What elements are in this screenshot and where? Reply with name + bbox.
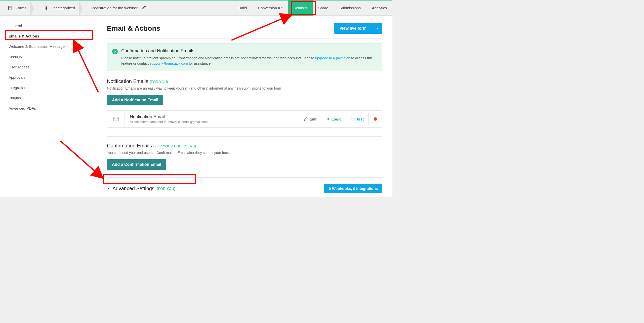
folder-icon: ?	[43, 6, 48, 11]
webhooks-integrations-button[interactable]: 0 Webhooks, 0 Integrations	[324, 184, 382, 193]
advanced-settings-toggle[interactable]: Advanced Settings (FOR YOU)	[107, 186, 175, 191]
mail-icon	[107, 111, 125, 127]
pencil-icon[interactable]	[142, 6, 146, 10]
sidebar-item-welcome[interactable]: Welcome & Submission Message	[0, 41, 97, 52]
view-live-button[interactable]: View live form	[334, 23, 372, 34]
header: Forms ? Uncategorized Registration for t…	[0, 1, 392, 16]
notif-for-tag: (FOR YOU)	[150, 80, 168, 84]
remove-button[interactable]	[368, 113, 382, 125]
logic-button[interactable]: Logic	[321, 113, 346, 125]
confirm-for-tag: (FOR YOUR END-USERS)	[153, 144, 196, 148]
notification-section-desc: Notification Emails are an easy way to k…	[107, 86, 382, 90]
notice-text-after: for assistance.	[188, 61, 212, 65]
breadcrumb: Forms ? Uncategorized Registration for t…	[0, 6, 155, 11]
tab-share[interactable]: Share	[313, 1, 334, 16]
test-button[interactable]: Test	[346, 113, 368, 125]
notice-text: Please note: To prevent spamming, Confir…	[121, 56, 377, 66]
sidebar-item-user-access[interactable]: User Access	[0, 62, 97, 72]
tab-conversion-kit[interactable]: Conversion Kit	[252, 1, 288, 16]
tab-build[interactable]: Build	[233, 1, 252, 16]
content: Email & Actions View live form Confirmat…	[97, 16, 392, 197]
check-icon	[112, 49, 118, 54]
breadcrumb-form[interactable]: Registration for the webinar	[84, 6, 155, 10]
advanced-for-tag: (FOR YOU)	[157, 187, 175, 191]
tab-analytics[interactable]: Analytics	[366, 1, 392, 16]
breadcrumb-forms[interactable]: Forms	[8, 6, 35, 11]
notice-box: Confirmation and Notification Emails Ple…	[107, 44, 382, 71]
sidebar-item-integrations[interactable]: Integrations	[0, 83, 97, 93]
support-link[interactable]: support@formstack.com	[150, 61, 188, 65]
sidebar-item-approvals[interactable]: Approvals	[0, 72, 97, 83]
tab-settings[interactable]: Settings	[288, 1, 313, 16]
add-notification-button[interactable]: Add a Notification Email	[107, 95, 163, 105]
upgrade-link[interactable]: upgrade to a paid plan	[315, 56, 350, 60]
email-card-sub: All submitted data sent to: maverickandr…	[130, 120, 294, 124]
email-card-title: Notification Email	[130, 114, 294, 119]
sidebar-item-advanced-pdfs[interactable]: Advanced PDFs	[0, 103, 97, 113]
confirmation-section-title: Confirmation Emails (FOR YOUR END-USERS)	[107, 143, 382, 149]
notification-email-card: Notification Email All submitted data se…	[107, 110, 382, 128]
sidebar-item-emails-actions[interactable]: Emails & Actions	[0, 31, 97, 41]
confirmation-section-desc: You can send your end-users a Confirmati…	[107, 151, 382, 155]
advanced-title: Advanced Settings	[112, 186, 154, 191]
notification-section-title: Notification Emails (FOR YOU)	[107, 78, 382, 84]
breadcrumb-folder-label: Uncategorized	[51, 6, 75, 10]
sidebar: General Emails & Actions Welcome & Submi…	[0, 16, 97, 197]
breadcrumb-form-label: Registration for the webinar	[91, 6, 137, 10]
svg-point-7	[329, 120, 329, 120]
add-confirmation-button[interactable]: Add a Confirmation Email	[107, 159, 166, 170]
advanced-desc: Anytime a submission takes place on your…	[107, 196, 382, 197]
forms-icon	[8, 6, 13, 11]
logic-label: Logic	[331, 117, 341, 121]
notice-title: Confirmation and Notification Emails	[121, 48, 377, 54]
nav-tabs: Build Conversion Kit Settings Share Subm…	[233, 1, 392, 16]
svg-text:?: ?	[45, 7, 46, 10]
edit-button[interactable]: Edit	[299, 113, 321, 125]
view-live-dropdown[interactable]	[372, 23, 382, 34]
svg-point-9	[329, 118, 329, 118]
sidebar-item-security[interactable]: Security	[0, 52, 97, 62]
edit-label: Edit	[309, 117, 316, 121]
tab-submissions[interactable]: Submissions	[334, 1, 366, 16]
breadcrumb-forms-label: Forms	[16, 6, 26, 10]
caret-down-icon	[107, 186, 110, 191]
view-live-group: View live form	[334, 23, 382, 34]
sidebar-item-general[interactable]: General	[0, 21, 97, 31]
test-label: Test	[356, 117, 364, 121]
breadcrumb-folder[interactable]: ? Uncategorized	[35, 6, 84, 11]
divider	[107, 136, 382, 137]
sidebar-item-plugins[interactable]: Plugins	[0, 93, 97, 103]
svg-rect-12	[374, 119, 376, 119]
page-title: Email & Actions	[107, 24, 160, 32]
confirm-title-text: Confirmation Emails	[107, 143, 153, 148]
svg-point-6	[326, 118, 327, 118]
divider-2	[107, 177, 382, 178]
notif-title-text: Notification Emails	[107, 78, 150, 84]
notice-text-before: Please note: To prevent spamming, Confir…	[121, 56, 315, 60]
svg-point-8	[326, 120, 327, 120]
